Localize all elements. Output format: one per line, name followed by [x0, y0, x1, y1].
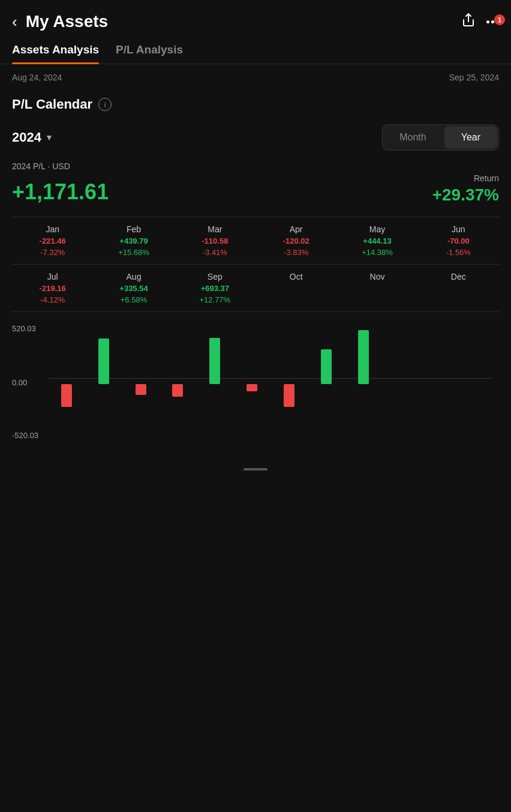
pl-return-value: +29.37%: [432, 185, 499, 205]
month-pct: +14.38%: [362, 248, 393, 257]
month-cell-sep[interactable]: Sep+693.37+12.77%: [175, 272, 256, 304]
period-toggle: Month Year: [382, 124, 499, 151]
month-pct: -4.12%: [40, 295, 65, 304]
month-value: -70.00: [447, 236, 470, 245]
month-pct: -7.32%: [40, 248, 65, 257]
month-cell-apr[interactable]: Apr-120.02-3.83%: [256, 224, 336, 257]
dot1: [486, 20, 489, 23]
month-pct: +15.68%: [118, 248, 149, 257]
month-cell-aug[interactable]: Aug+335.54+6.58%: [93, 272, 174, 304]
page-title: My Assets: [26, 12, 108, 31]
bar-group-oct: [381, 324, 419, 444]
month-row-2: Jul-219.16-4.12%Aug+335.54+6.58%Sep+693.…: [12, 265, 499, 312]
chart-bot-label: -520.03: [12, 431, 38, 440]
month-cell-dec[interactable]: Dec: [418, 272, 499, 304]
chart-bar: [321, 349, 332, 384]
month-value: +693.37: [201, 284, 229, 293]
chart-top-label: 520.03: [12, 324, 36, 333]
chart-section: 520.03 0.00 -520.03: [0, 312, 511, 456]
month-name: Aug: [127, 272, 142, 281]
month-cell-nov[interactable]: Nov: [336, 272, 417, 304]
more-menu-button[interactable]: 1: [486, 20, 499, 23]
chart-bar: [61, 384, 72, 407]
month-pct: -3.83%: [284, 248, 308, 257]
chart-bar: [209, 338, 220, 384]
bar-group-apr: [159, 324, 196, 444]
pl-main-value: +1,171.61: [12, 179, 109, 205]
month-name: Jan: [46, 224, 59, 234]
bar-group-mar: [122, 324, 160, 444]
month-name: Feb: [127, 224, 141, 234]
year-selector[interactable]: 2024 ▼: [12, 130, 53, 145]
info-icon[interactable]: i: [98, 98, 112, 111]
month-pct: -1.56%: [446, 248, 471, 257]
notification-badge: 1: [494, 14, 505, 25]
header-right: 1: [461, 13, 499, 31]
header-left: ‹ My Assets: [12, 12, 108, 31]
month-name: Jul: [47, 272, 58, 281]
tab-assets-analysis[interactable]: Assets Analysis: [12, 43, 99, 64]
chart-bar: [98, 338, 109, 384]
pl-calendar-title: P/L Calendar: [12, 97, 92, 112]
month-value: +439.79: [119, 236, 148, 245]
chart-bar: [247, 384, 257, 391]
month-cell-may[interactable]: May+444.13+14.38%: [336, 224, 417, 257]
chart-labels: 520.03 0.00 -520.03: [12, 324, 499, 444]
pl-summary-label: 2024 P/L · USD: [12, 161, 499, 171]
month-cell-oct[interactable]: Oct: [256, 272, 336, 304]
bar-group-dec: [456, 324, 493, 444]
month-value: +444.13: [363, 236, 391, 245]
back-button[interactable]: ‹: [12, 14, 17, 29]
month-value: -221.46: [40, 236, 66, 245]
month-name: Mar: [208, 224, 222, 234]
month-value: +335.54: [119, 284, 148, 293]
bars-container: [48, 324, 493, 444]
header: ‹ My Assets 1: [0, 0, 511, 37]
month-name: Apr: [290, 224, 303, 234]
month-name: Nov: [370, 272, 385, 281]
bar-group-jul: [270, 324, 308, 444]
pl-calendar-section: P/L Calendar i 2024 ▼ Month Year 2024 P/…: [0, 91, 511, 312]
year-toggle-button[interactable]: Year: [444, 126, 497, 149]
bar-group-jun: [233, 324, 270, 444]
month-cell-jan[interactable]: Jan-221.46-7.32%: [12, 224, 93, 257]
date-start: Aug 24, 2024: [12, 73, 62, 82]
tab-pl-analysis[interactable]: P/L Analysis: [116, 43, 183, 64]
month-toggle-button[interactable]: Month: [383, 125, 443, 150]
month-name: Jun: [452, 224, 465, 234]
bar-group-feb: [85, 324, 122, 444]
year-label: 2024: [12, 130, 41, 145]
scrollbar-indicator: [244, 468, 267, 471]
chevron-down-icon: ▼: [45, 133, 53, 142]
chart-bar: [358, 330, 369, 384]
pl-calendar-header: P/L Calendar i: [12, 97, 499, 112]
bar-group-aug: [308, 324, 345, 444]
month-value: -110.58: [202, 236, 228, 245]
month-value: -120.02: [283, 236, 309, 245]
month-value: -219.16: [40, 284, 66, 293]
chart-mid-label: 0.00: [12, 378, 27, 387]
month-cell-jul[interactable]: Jul-219.16-4.12%: [12, 272, 93, 304]
pl-return-col: Return +29.37%: [432, 173, 499, 205]
bar-group-sep: [345, 324, 382, 444]
bar-group-may: [196, 324, 233, 444]
month-name: Oct: [290, 272, 303, 281]
month-cell-jun[interactable]: Jun-70.00-1.56%: [418, 224, 499, 257]
share-icon[interactable]: [461, 13, 476, 31]
month-pct: +12.77%: [199, 295, 230, 304]
bar-group-nov: [419, 324, 456, 444]
date-end: Sep 25, 2024: [449, 73, 499, 82]
month-row-1: Jan-221.46-7.32%Feb+439.79+15.68%Mar-110…: [12, 217, 499, 265]
monthly-grid: Jan-221.46-7.32%Feb+439.79+15.68%Mar-110…: [12, 217, 499, 312]
month-pct: -3.41%: [203, 248, 227, 257]
month-cell-mar[interactable]: Mar-110.58-3.41%: [175, 224, 256, 257]
chart-bar: [136, 384, 146, 395]
controls-row: 2024 ▼ Month Year: [12, 124, 499, 151]
month-cell-feb[interactable]: Feb+439.79+15.68%: [93, 224, 174, 257]
pl-summary: 2024 P/L · USD +1,171.61 Return +29.37%: [12, 161, 499, 205]
date-range: Aug 24, 2024 Sep 25, 2024: [0, 64, 511, 91]
chart-area: [48, 324, 493, 444]
chart-bar: [284, 384, 294, 407]
chart-bar: [172, 384, 183, 397]
bar-group-jan: [48, 324, 85, 444]
